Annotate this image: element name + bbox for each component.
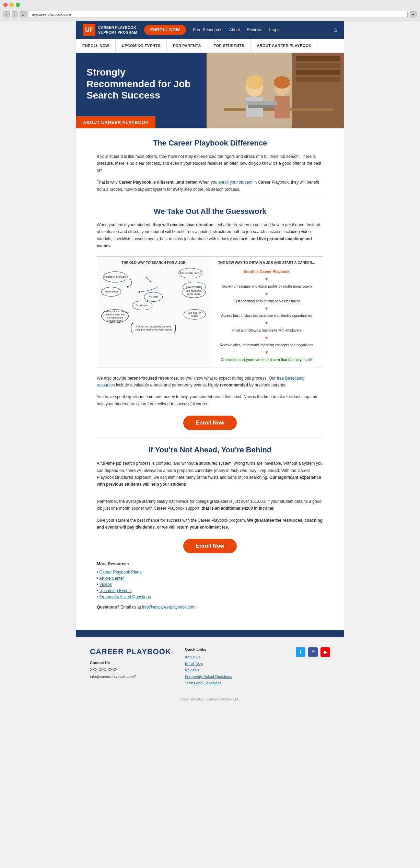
footer-contact: Contact Us XXX-XXX-XXXX info@careerplayb… bbox=[90, 660, 171, 680]
cta-section-1: Enroll Now bbox=[97, 416, 323, 430]
youtube-social-link[interactable]: ▶ bbox=[320, 647, 330, 657]
enroll-now-top-button[interactable]: ENROLL NOW bbox=[144, 25, 186, 35]
main-content: The Career Playbook Difference If your s… bbox=[76, 128, 344, 630]
bubble-graduation: Graduation bbox=[132, 301, 152, 310]
svg-point-9 bbox=[246, 75, 264, 89]
minimize-btn[interactable] bbox=[10, 3, 14, 7]
facebook-social-link[interactable]: f bbox=[308, 647, 318, 657]
footer-links: Quick Links About Us Enroll Now Reviews … bbox=[185, 647, 282, 687]
section-divider-1 bbox=[97, 200, 323, 200]
hero-section: Strongly Recommended for Job Search Succ… bbox=[76, 53, 344, 128]
videos-link[interactable]: Videos bbox=[100, 582, 112, 587]
footer-link-faq: Frequently Asked Questions bbox=[185, 674, 282, 679]
reviews-link[interactable]: Reviews bbox=[247, 27, 262, 32]
diagram-new-way: THE NEW WAY TO OBTAIN A JOB AND START A … bbox=[210, 257, 323, 368]
svg-rect-11 bbox=[275, 96, 290, 118]
resource-plans: Career Playbook Plans bbox=[97, 569, 323, 575]
step-enroll: Enroll in Career Playbook bbox=[214, 268, 319, 275]
home-icon[interactable]: ⌂ bbox=[334, 27, 337, 33]
bubble-no-offer: No offer bbox=[144, 292, 163, 302]
resources-list: Career Playbook Plans Article Center Vid… bbox=[97, 569, 323, 600]
bubble-accept-first: Accept first available job and possible … bbox=[131, 323, 176, 333]
section2-title: We Take Out All the Guesswork bbox=[97, 207, 323, 216]
address-bar[interactable] bbox=[29, 11, 408, 18]
footer-reviews-link[interactable]: Reviews bbox=[185, 668, 199, 672]
svg-rect-5 bbox=[296, 77, 340, 82]
step-graduate: Graduate, start your career and earn tha… bbox=[214, 357, 319, 363]
svg-point-12 bbox=[274, 76, 290, 89]
uf-logo: UF bbox=[83, 24, 95, 36]
nav-enroll-now[interactable]: ENROLL NOW bbox=[76, 39, 116, 53]
questions-text: Questions? Email us at info@mycareerplay… bbox=[97, 605, 323, 610]
footer-about-link[interactable]: About Us bbox=[185, 655, 200, 659]
new-way-title: THE NEW WAY TO OBTAIN A JOB AND START A … bbox=[214, 261, 319, 265]
career-playbook-plans-link[interactable]: Career Playbook Plans bbox=[100, 570, 142, 575]
step-arrow-4: ▼ bbox=[214, 319, 319, 327]
login-link[interactable]: Log In bbox=[269, 27, 281, 32]
step-arrow-6: ▼ bbox=[214, 349, 319, 357]
back-button[interactable]: ‹ bbox=[3, 11, 10, 18]
free-resources-link[interactable]: Free Resources bbox=[193, 27, 222, 32]
footer-link-reviews: Reviews bbox=[185, 667, 282, 672]
nav-for-parents[interactable]: FOR PARENTS bbox=[167, 39, 207, 53]
footer-terms-link[interactable]: Terms and Conditions bbox=[185, 681, 221, 685]
questions-email-link[interactable]: info@mycareerplaybook.com bbox=[142, 605, 196, 610]
nav-about-career-playbook[interactable]: ABOUT CAREER PLAYBOOK bbox=[251, 39, 318, 53]
nav-upcoming-events[interactable]: UPCOMING EVENTS bbox=[116, 39, 167, 53]
section3-p2: Remember, the average starting salary na… bbox=[97, 498, 323, 512]
footer-faq-link[interactable]: Frequently Asked Questions bbox=[185, 674, 232, 679]
enroll-now-button-1[interactable]: Enroll Now bbox=[183, 416, 237, 430]
cta-section-2: Enroll Now bbox=[97, 539, 323, 553]
twitter-social-link[interactable]: t bbox=[296, 647, 305, 657]
twitter-icon: t bbox=[296, 647, 305, 657]
footer-social: t f ▶ bbox=[296, 647, 330, 657]
step-arrow-3: ▼ bbox=[214, 305, 319, 313]
new-way-steps: Enroll in Career Playbook ▼ Review of re… bbox=[214, 268, 319, 363]
enroll-now-button-2[interactable]: Enroll Now bbox=[183, 539, 237, 553]
about-career-playbook-banner[interactable]: ABOUT CAREER PLAYBOOK bbox=[76, 116, 155, 128]
hero-headline: Strongly Recommended for Job Search Succ… bbox=[86, 67, 196, 101]
resource-article-center: Article Center bbox=[97, 575, 323, 581]
step-coaching-session: First coaching session and self-assessme… bbox=[214, 298, 319, 305]
svg-rect-4 bbox=[296, 70, 340, 75]
home-button[interactable]: ⌂ bbox=[20, 11, 27, 18]
svg-rect-3 bbox=[296, 63, 340, 68]
step-resume-review: Review of resumes and digital profile by… bbox=[214, 283, 319, 290]
section-divider-2 bbox=[97, 438, 323, 439]
section3-p3: Give your student the best chance for su… bbox=[97, 517, 323, 531]
footer-brand: CAREER PLAYBOOK Contact Us XXX-XXX-XXXX … bbox=[90, 647, 171, 680]
hero-illustration bbox=[207, 53, 344, 128]
browser-chrome: ‹ › ⌂ + bbox=[0, 0, 420, 21]
section2-p1: When you enroll your student, they will … bbox=[97, 221, 323, 250]
section3-p1: A full-time job search process is comple… bbox=[97, 460, 323, 488]
footer-links-title: Quick Links bbox=[185, 647, 282, 651]
maximize-btn[interactable] bbox=[16, 3, 20, 7]
enroll-your-student-link[interactable]: enroll your student bbox=[219, 180, 253, 185]
about-link[interactable]: About bbox=[229, 27, 240, 32]
faq-link[interactable]: Frequently Asked Questions bbox=[100, 594, 151, 599]
resource-upcoming-events: Upcoming Events bbox=[97, 588, 323, 594]
step-receive-offer: Receive offer, understand important conc… bbox=[214, 342, 319, 349]
resource-videos: Videos bbox=[97, 581, 323, 588]
step-arrow-1: ▼ bbox=[214, 275, 319, 283]
bubble-frustration: Frustration bbox=[101, 287, 121, 297]
footer-spacer bbox=[76, 630, 344, 637]
resource-faq: Frequently Asked Questions bbox=[97, 594, 323, 600]
more-resources-title: More Resources bbox=[97, 562, 323, 566]
close-btn[interactable] bbox=[3, 3, 8, 7]
step-job-database: Access best in-class job database and id… bbox=[214, 312, 319, 319]
youtube-icon: ▶ bbox=[320, 647, 330, 657]
new-tab-button[interactable]: + bbox=[410, 11, 417, 18]
browser-titlebar bbox=[0, 0, 420, 10]
footer-enroll-link[interactable]: Enroll Now bbox=[185, 661, 203, 666]
top-bar-right: ⌂ bbox=[334, 27, 337, 33]
brand-text: CAREER PLAYBOOK SUPPORT PROGRAM bbox=[98, 25, 137, 35]
section2-p2: We also provide parent-focused resources… bbox=[97, 375, 323, 389]
logo-block: UF CAREER PLAYBOOK SUPPORT PROGRAM bbox=[83, 24, 137, 36]
forward-button[interactable]: › bbox=[12, 11, 18, 18]
upcoming-events-link[interactable]: Upcoming Events bbox=[100, 588, 132, 593]
step-arrow-2: ▼ bbox=[214, 290, 319, 298]
footer-link-enroll: Enroll Now bbox=[185, 661, 282, 666]
nav-for-students[interactable]: FOR STUDENTS bbox=[207, 39, 250, 53]
article-center-link[interactable]: Article Center bbox=[99, 576, 124, 581]
